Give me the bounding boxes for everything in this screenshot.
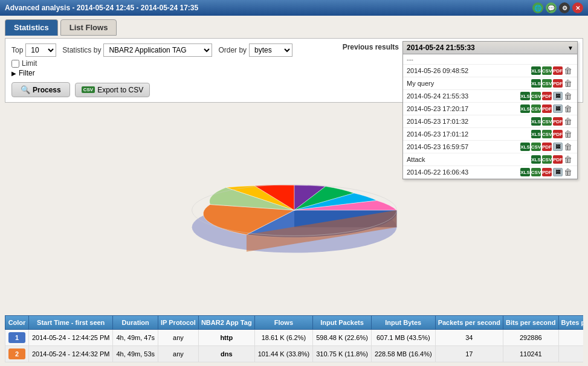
message-icon[interactable]: 💬: [546, 2, 557, 13]
pdf-icon[interactable]: PDF: [542, 92, 552, 100]
img-icon[interactable]: 🖼: [553, 168, 563, 176]
csv-icon[interactable]: CSV: [531, 143, 541, 151]
csv-icon[interactable]: CSV: [531, 92, 541, 100]
limit-label[interactable]: Limit: [22, 59, 37, 68]
img-icon[interactable]: 🖼: [553, 104, 563, 113]
tab-list-flows[interactable]: List Flows: [60, 19, 117, 36]
pdf-icon[interactable]: PDF: [553, 117, 563, 126]
prev-item-icons: XLSCSVPDF🗑: [531, 155, 573, 164]
previous-results-item[interactable]: 2014-05-23 17:20:17XLSCSVPDF🖼🗑: [403, 103, 577, 115]
previous-results-header[interactable]: 2014-05-24 21:55:33 ▼: [403, 42, 577, 54]
table-row: 22014-05-24 - 12:44:32 PM4h, 49m, 53sany…: [5, 346, 584, 362]
xls-icon[interactable]: XLS: [520, 168, 530, 176]
globe-icon[interactable]: 🌐: [532, 2, 543, 13]
previous-results-list: --- 2014-05-26 09:48:52XLSCSVPDF🗑My quer…: [403, 54, 577, 179]
xls-icon[interactable]: XLS: [520, 143, 530, 151]
delete-icon[interactable]: 🗑: [564, 117, 573, 126]
table-container: Color Start Time - first seen Duration I…: [5, 315, 583, 362]
col-input-packets: Input Packets: [313, 316, 372, 330]
csv-icon[interactable]: CSV: [542, 66, 552, 75]
top-select[interactable]: 10 5 20 50 100: [25, 43, 56, 57]
csv-icon[interactable]: CSV: [542, 130, 552, 138]
previous-results-item[interactable]: 2014-05-24 21:55:33XLSCSVPDF🖼🗑: [403, 90, 577, 103]
table-row: 12014-05-24 - 12:44:25 PM4h, 49m, 47sany…: [5, 330, 584, 346]
previous-results-item[interactable]: 2014-05-23 16:59:57XLSCSVPDF🖼🗑: [403, 141, 577, 153]
top-select-group: Top 10 5 20 50 100: [11, 43, 56, 57]
xls-icon[interactable]: XLS: [520, 92, 530, 100]
xls-icon[interactable]: XLS: [531, 66, 541, 75]
cell-input-bytes: 607.1 MB (43.5%): [371, 330, 435, 346]
limit-checkbox[interactable]: [11, 60, 19, 68]
cell-flows: 18.61 K (6.2%): [254, 330, 313, 346]
separator: ---: [403, 54, 577, 65]
prev-item-date: My query: [407, 80, 529, 87]
xls-icon[interactable]: XLS: [531, 117, 541, 126]
delete-icon[interactable]: 🗑: [564, 104, 573, 114]
prev-item-date: 2014-05-23 17:01:32: [407, 118, 529, 125]
filter-label: Filter: [19, 69, 35, 77]
cell-duration: 4h, 49m, 47s: [113, 330, 158, 346]
previous-results-item[interactable]: My queryXLSCSVPDF🗑: [403, 77, 577, 90]
csv-icon[interactable]: CSV: [542, 155, 552, 164]
img-icon[interactable]: 🖼: [553, 92, 563, 100]
pdf-icon[interactable]: PDF: [553, 130, 563, 138]
stats-by-select[interactable]: NBAR2 Application TAG: [103, 43, 212, 57]
prev-item-icons: XLSCSVPDF🗑: [531, 129, 573, 139]
prev-item-date: 2014-05-23 17:20:17: [407, 105, 518, 112]
delete-icon[interactable]: 🗑: [564, 129, 573, 139]
prev-item-icons: XLSCSVPDF🖼🗑: [520, 167, 573, 177]
col-flows: Flows: [254, 316, 313, 330]
xls-icon[interactable]: XLS: [520, 104, 530, 113]
xls-icon[interactable]: XLS: [531, 130, 541, 138]
order-by-label: Order by: [218, 46, 247, 54]
order-by-select[interactable]: bytes packets flows bps: [249, 43, 292, 57]
search-icon: 🔍: [21, 85, 30, 94]
tab-bar: Statistics List Flows: [0, 16, 588, 36]
xls-icon[interactable]: XLS: [531, 155, 541, 164]
csv-icon[interactable]: CSV: [542, 79, 552, 88]
close-icon[interactable]: ✕: [572, 2, 583, 13]
xls-icon[interactable]: XLS: [531, 79, 541, 88]
color-badge: 1: [8, 332, 25, 343]
cell-bps: 292886: [503, 330, 559, 346]
delete-icon[interactable]: 🗑: [564, 91, 573, 101]
cell-duration: 4h, 49m, 53s: [113, 346, 158, 362]
col-ip-protocol: IP Protocol: [158, 316, 199, 330]
pdf-icon[interactable]: PDF: [542, 104, 552, 113]
delete-icon[interactable]: 🗑: [564, 142, 573, 152]
csv-icon[interactable]: CSV: [531, 104, 541, 113]
previous-results-panel: 2014-05-24 21:55:33 ▼ --- 2014-05-26 09:…: [402, 41, 578, 179]
previous-results-item[interactable]: 2014-05-22 16:06:43XLSCSVPDF🖼🗑: [403, 166, 577, 179]
prev-item-icons: XLSCSVPDF🗑: [531, 79, 573, 88]
pdf-icon[interactable]: PDF: [542, 168, 552, 176]
cell-flows: 101.44 K (33.8%): [254, 346, 313, 362]
img-icon[interactable]: 🖼: [553, 143, 563, 151]
col-color: Color: [5, 316, 29, 330]
previous-results-item[interactable]: 2014-05-26 09:48:52XLSCSVPDF🗑: [403, 65, 577, 77]
previous-results-item[interactable]: 2014-05-23 17:01:32XLSCSVPDF🗑: [403, 115, 577, 128]
cell-bps: 110241: [503, 346, 559, 362]
cell-input-packets: 598.48 K (22.6%): [313, 330, 372, 346]
settings-icon[interactable]: ⚙: [559, 2, 570, 13]
delete-icon[interactable]: 🗑: [564, 66, 573, 75]
previous-results-item[interactable]: AttackXLSCSVPDF🗑: [403, 153, 577, 166]
tab-statistics[interactable]: Statistics: [5, 19, 58, 36]
cell-color: 1: [5, 330, 29, 346]
process-button[interactable]: 🔍 Process: [11, 82, 70, 97]
col-start-time: Start Time - first seen: [29, 316, 113, 330]
filter-arrow-icon: ▶: [11, 70, 16, 77]
previous-results-item[interactable]: 2014-05-23 17:01:12XLSCSVPDF🗑: [403, 128, 577, 141]
pdf-icon[interactable]: PDF: [553, 155, 563, 164]
pdf-icon[interactable]: PDF: [542, 143, 552, 151]
delete-icon[interactable]: 🗑: [564, 167, 573, 177]
table-header-row: Color Start Time - first seen Duration I…: [5, 316, 584, 330]
csv-icon[interactable]: CSV: [531, 168, 541, 176]
col-bps: Bits per second: [503, 316, 559, 330]
export-csv-button[interactable]: CSV Export to CSV: [75, 83, 150, 97]
delete-icon[interactable]: 🗑: [564, 79, 573, 88]
pdf-icon[interactable]: PDF: [553, 79, 563, 88]
delete-icon[interactable]: 🗑: [564, 155, 573, 164]
cell-bpp: 1063: [558, 330, 583, 346]
pdf-icon[interactable]: PDF: [553, 66, 563, 75]
csv-icon[interactable]: CSV: [542, 117, 552, 126]
